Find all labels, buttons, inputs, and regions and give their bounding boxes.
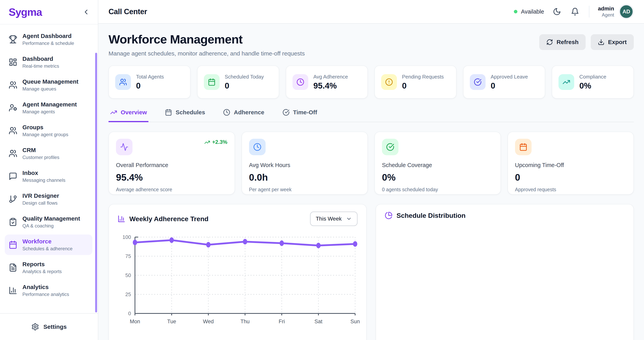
trending-up-icon [558,74,574,90]
week-filter-value: This Week [316,216,342,222]
user-role: Agent [598,12,614,18]
sidebar-item-label: IVR Designer [22,192,59,199]
settings-label: Settings [44,323,67,330]
content-area: Workforce Management Manage agent schedu… [98,24,644,340]
refresh-icon [546,39,553,46]
status-dot [514,10,518,13]
main-area: Call Center Available admin Agent [98,0,644,340]
card-value: 95.4% [116,172,228,183]
trending-up-icon [110,109,117,116]
user-menu[interactable]: admin Agent AD [598,4,634,19]
tab-label: Overview [121,109,147,116]
stat-label: Total Agents [136,74,164,80]
refresh-button[interactable]: Refresh [539,34,586,50]
stat-value: 0 [491,81,495,90]
chevron-left-icon [82,8,90,16]
check-circle-icon [470,74,486,90]
status-label: Available [521,9,544,15]
check-circle-icon [382,139,398,155]
sidebar-item-groups[interactable]: GroupsManage agent groups [5,120,92,141]
card-sublabel: Per agent per week [249,187,360,192]
svg-text:25: 25 [126,291,131,297]
stat-card-scheduled-today: Scheduled Today0 [197,66,279,99]
sidebar-item-inbox[interactable]: InboxMessaging channels [5,166,92,187]
sidebar-item-workforce[interactable]: WorkforceSchedules & adherence [5,234,92,255]
stat-card-pending-requests: Pending Requests0 [374,66,456,99]
dark-mode-toggle[interactable] [553,7,562,16]
svg-text:Mon: Mon [130,318,140,324]
sidebar-item-label: Reports [22,260,62,268]
bar-chart-icon [118,215,126,223]
stat-value: 0 [136,81,140,90]
sidebar-item-agent-management[interactable]: Agent ManagementManage agents [5,98,92,118]
tabs: Overview Schedules Adherence Time-Off [108,109,634,122]
stat-value: 0 [225,81,229,90]
message-square-icon [9,172,17,181]
bell-icon [571,8,580,16]
trophy-icon [9,35,17,44]
notifications-button[interactable] [571,7,580,16]
sidebar-collapse-button[interactable] [80,6,92,18]
sidebar-item-label: Agent Dashboard [22,32,74,40]
alert-circle-icon [381,74,397,90]
clipboard-check-icon [9,218,17,226]
card-schedule-coverage: Schedule Coverage 0% 0 agents scheduled … [374,132,501,195]
calendar-icon [9,240,17,249]
sidebar-item-sublabel: Manage queues [22,86,78,92]
sidebar-item-ivr-designer[interactable]: IVR DesignerDesign call flows [5,189,92,209]
pie-chart-icon [385,211,392,219]
stat-card-total-agents: Total Agents0 [108,66,190,99]
sidebar-item-sublabel: Performance analytics [22,291,69,297]
panel-title: Weekly Adherence Trend [129,215,208,223]
tab-time-off[interactable]: Time-Off [281,109,319,122]
sidebar-item-settings[interactable]: Settings [0,313,98,340]
chevron-down-icon [346,216,352,222]
trending-up-icon [204,139,210,145]
schedule-distribution-panel: Schedule Distribution [376,204,634,340]
svg-text:75: 75 [126,253,131,259]
tab-adherence[interactable]: Adherence [222,109,266,122]
sidebar-item-analytics[interactable]: AnalyticsPerformance analytics [5,280,92,301]
sidebar-item-sublabel: Real-time metrics [22,63,59,69]
sidebar-logo-row: Sygma [0,0,98,25]
sidebar-item-quality-management[interactable]: Quality ManagementQA & coaching [5,212,92,232]
card-label: Schedule Coverage [382,162,494,168]
tab-schedules[interactable]: Schedules [163,109,206,122]
calendar-icon [515,139,532,155]
layout-dashboard-icon [9,58,17,67]
sidebar-item-label: Analytics [22,283,69,291]
stat-card-compliance: Compliance0% [552,66,634,99]
page-context-title: Call Center [108,8,147,16]
stat-label: Scheduled Today [225,74,264,80]
sidebar-item-crm[interactable]: CRMCustomer profiles [5,143,92,164]
top-bar: Call Center Available admin Agent [98,0,644,24]
sidebar-item-label: Queue Management [22,78,78,85]
svg-text:Tue: Tue [167,318,176,324]
tab-label: Time-Off [293,109,317,116]
tab-label: Adherence [234,109,264,116]
check-circle-icon [282,109,290,116]
sidebar-scrollbar[interactable] [95,53,97,312]
avatar[interactable]: AD [619,4,634,19]
sidebar-item-queue-management[interactable]: Queue ManagementManage queues [5,75,92,95]
sidebar-item-label: Inbox [22,169,66,177]
agent-status-selector[interactable]: Available [514,9,544,15]
sidebar-item-sublabel: QA & coaching [22,223,80,229]
sidebar-item-label: Dashboard [22,55,59,63]
workforce-dashboard: Sygma Agent DashboardPerformance & sched… [0,0,644,340]
sidebar-item-reports[interactable]: ReportsAnalytics & reports [5,257,92,278]
card-label: Overall Performance [116,162,228,168]
sidebar-item-sublabel: Schedules & adherence [22,246,72,252]
export-button[interactable]: Export [591,34,634,50]
stat-label: Pending Requests [402,74,444,80]
sidebar-item-dashboard[interactable]: DashboardReal-time metrics [5,52,92,72]
sidebar-item-label: Agent Management [22,101,77,108]
sidebar-item-label: CRM [22,146,59,154]
stat-label: Approved Leave [491,74,528,80]
tab-overview[interactable]: Overview [108,109,148,122]
sidebar: Sygma Agent DashboardPerformance & sched… [0,0,98,340]
sidebar-item-agent-dashboard[interactable]: Agent DashboardPerformance & schedule [5,29,92,50]
users-icon [9,149,17,158]
week-filter-select[interactable]: This Week [310,211,358,226]
users-icon [9,81,17,89]
